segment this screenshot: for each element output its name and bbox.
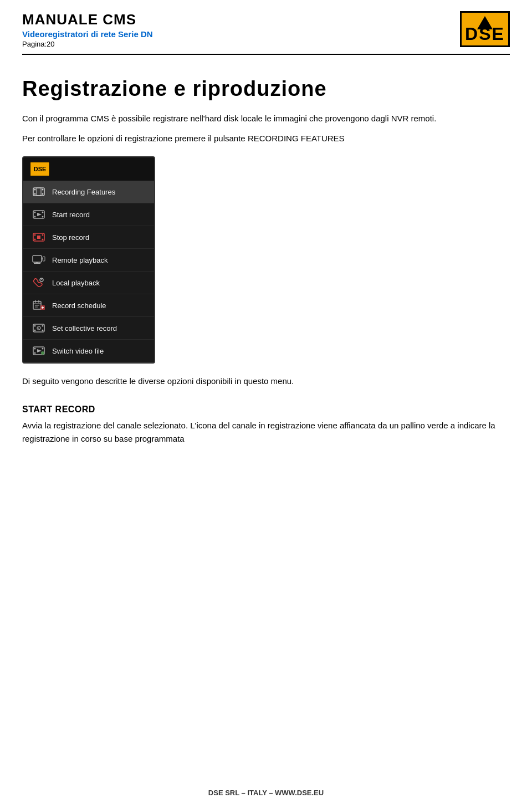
menu-label-switch-video-file: Switch video file [52, 347, 104, 355]
svg-rect-18 [33, 255, 42, 262]
logo-triangle [477, 16, 493, 29]
intro-paragraph-2: Per controllare le opzioni di registrazi… [22, 132, 510, 145]
page-number: Pagina:20 [22, 40, 153, 48]
menu-item-start-record[interactable]: Start record [23, 203, 154, 226]
intro-paragraph-1: Con il programma CMS è possibile registr… [22, 112, 510, 125]
svg-point-4 [42, 193, 44, 195]
menu-label-start-record: Start record [52, 211, 90, 219]
start-record-section-text: Avvia la registrazione del canale selezi… [22, 419, 510, 446]
svg-point-36 [34, 330, 36, 331]
remote-playback-icon [31, 254, 47, 266]
svg-point-38 [42, 330, 44, 331]
stop-record-icon [31, 231, 47, 243]
svg-point-47 [41, 351, 44, 355]
svg-point-13 [34, 234, 36, 236]
manual-subtitle: Videoregistratori di rete Serie DN [22, 29, 153, 39]
svg-point-40 [38, 328, 39, 329]
svg-point-37 [42, 325, 44, 327]
svg-marker-46 [37, 349, 42, 352]
menu-label-local-playback: Local playback [52, 279, 100, 287]
menu-label-recording-features: Recording Features [52, 188, 115, 196]
menu-item-set-collective-record[interactable]: Set collective record [23, 317, 154, 340]
local-playback-icon [31, 277, 47, 289]
menu-item-remote-playback[interactable]: Remote playback [23, 249, 154, 272]
start-record-icon [31, 208, 47, 221]
svg-rect-21 [43, 257, 45, 261]
switch-video-file-icon [31, 345, 47, 357]
menu-label-remote-playback: Remote playback [52, 256, 108, 264]
svg-point-43 [34, 352, 36, 354]
svg-point-7 [34, 212, 36, 213]
svg-rect-20 [36, 262, 38, 263]
menu-label-stop-record: Stop record [52, 233, 89, 242]
header-left: MANUALE CMS Videoregistratori di rete Se… [22, 11, 153, 48]
footer-text: DSE SRL – ITALY – WWW.DSE.EU [208, 789, 324, 797]
svg-rect-17 [37, 236, 40, 239]
svg-point-16 [42, 239, 44, 241]
svg-point-9 [42, 212, 44, 213]
menu-label-record-schedule: Record schedule [52, 301, 106, 310]
svg-point-14 [34, 239, 36, 241]
panel-logo-box: DSE [30, 162, 50, 176]
dse-logo: DSE [460, 11, 510, 47]
start-record-section-title: START RECORD [22, 405, 510, 415]
menu-label-set-collective-record: Set collective record [52, 324, 117, 333]
page-header: MANUALE CMS Videoregistratori di rete Se… [22, 11, 510, 55]
set-collective-record-icon [31, 322, 47, 334]
svg-point-2 [34, 193, 36, 195]
record-schedule-icon [31, 299, 47, 311]
menu-item-local-playback[interactable]: Local playback [23, 272, 154, 294]
film-icon [31, 186, 47, 198]
svg-point-3 [42, 189, 44, 191]
svg-marker-11 [37, 213, 42, 216]
panel-header: DSE [23, 157, 154, 181]
panel-logo-text: DSE [34, 166, 47, 172]
svg-point-35 [34, 325, 36, 327]
svg-point-1 [34, 189, 36, 191]
svg-point-10 [42, 216, 44, 218]
svg-point-15 [42, 234, 44, 236]
svg-point-44 [42, 348, 44, 350]
menu-item-record-schedule[interactable]: Record schedule [23, 294, 154, 317]
svg-rect-5 [37, 188, 41, 196]
page-title: Registrazione e riproduzione [22, 77, 510, 101]
manual-title: MANUALE CMS [22, 11, 153, 28]
svg-point-42 [34, 348, 36, 350]
svg-point-8 [34, 216, 36, 218]
menu-item-switch-video-file[interactable]: Switch video file [23, 340, 154, 362]
panel-logo: DSE [30, 162, 50, 176]
page-footer: DSE SRL – ITALY – WWW.DSE.EU [0, 789, 532, 797]
below-panel-text: Di seguito vengono descritte le diverse … [22, 375, 510, 388]
menu-item-stop-record[interactable]: Stop record [23, 226, 154, 249]
recording-features-panel: DSE Recording Features [22, 156, 155, 364]
menu-item-recording-features[interactable]: Recording Features [23, 181, 154, 203]
